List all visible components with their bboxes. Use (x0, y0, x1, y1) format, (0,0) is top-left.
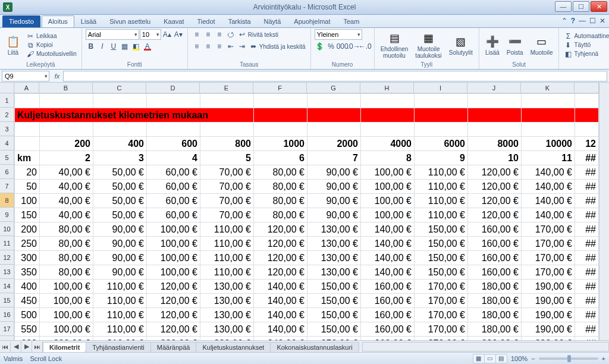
tab-formulas[interactable]: Kaavat (157, 15, 190, 27)
tab-pagelayout[interactable]: Sivun asettelu (103, 15, 157, 27)
row-header-4[interactable]: 4 (0, 136, 14, 150)
align-left-button[interactable]: ≡ (192, 41, 202, 52)
tab-data[interactable]: Tiedot (190, 15, 221, 27)
align-right-button[interactable]: ≡ (214, 41, 225, 52)
percent-button[interactable]: % (326, 41, 337, 52)
copy-button[interactable]: ⧉Kopioi (25, 41, 78, 49)
delete-cells-button[interactable]: ➖Poista (504, 33, 526, 57)
tab-addins[interactable]: Apuohjelmat (287, 15, 337, 27)
format-cells-button[interactable]: ▭Muotoile (528, 33, 555, 57)
row-header-8[interactable]: 8 (0, 193, 14, 208)
col-header-A[interactable]: A (14, 83, 39, 93)
tab-view[interactable]: Näytä (258, 15, 288, 27)
sheet-nav-last[interactable]: ⏭ (32, 341, 43, 352)
font-size-combo[interactable]: 10 (140, 29, 161, 40)
row-header-14[interactable]: 14 (0, 279, 14, 293)
col-header-I[interactable]: I (414, 83, 467, 93)
decrease-decimal-button[interactable]: ←.0 (360, 41, 371, 52)
align-top-button[interactable]: ≡ (192, 29, 202, 40)
window-close2-icon[interactable]: ✕ (599, 17, 605, 25)
row-header-15[interactable]: 15 (0, 293, 14, 307)
row-header-11[interactable]: 11 (0, 236, 14, 250)
sheet-tab-määränpää[interactable]: Määränpää (150, 342, 197, 352)
row-header-9[interactable]: 9 (0, 208, 14, 222)
insert-cells-button[interactable]: ➕Lisää (483, 33, 502, 57)
decrease-font-button[interactable]: A▾ (173, 29, 184, 40)
underline-button[interactable]: U (108, 41, 119, 52)
row-header-3[interactable]: 3 (0, 122, 14, 136)
col-header-G[interactable]: G (307, 83, 360, 93)
row-header-7[interactable]: 7 (0, 179, 14, 193)
row-header-16[interactable]: 16 (0, 307, 14, 322)
fill-color-button[interactable]: ◧ (131, 41, 142, 52)
maximize-button[interactable]: ☐ (573, 1, 589, 12)
sheet-nav-first[interactable]: ⏮ (0, 341, 11, 352)
col-header-K[interactable]: K (521, 83, 575, 93)
paste-button[interactable]: 📋 Liitä (4, 33, 23, 57)
col-header-C[interactable]: C (93, 83, 146, 93)
increase-decimal-button[interactable]: .0→ (349, 41, 359, 52)
italic-button[interactable]: I (97, 41, 108, 52)
close-button[interactable]: ✕ (591, 1, 607, 12)
row-header-13[interactable]: 13 (0, 265, 14, 279)
orientation-button[interactable]: ⭯ (225, 29, 236, 40)
tab-review[interactable]: Tarkista (222, 15, 258, 27)
align-middle-button[interactable]: ≡ (203, 29, 214, 40)
col-header-J[interactable]: J (467, 83, 521, 93)
help-icon[interactable]: ? (571, 17, 575, 25)
row-header-1[interactable]: 1 (0, 93, 14, 108)
row-header-6[interactable]: 6 (0, 165, 14, 179)
fill-button[interactable]: ⬇Täyttö (563, 41, 609, 49)
fx-icon[interactable]: fx (51, 73, 63, 80)
window-min2-icon[interactable]: — (579, 17, 586, 25)
sheet-tab-tyhjänastianvienti[interactable]: Tyhjänastianvienti (86, 342, 150, 352)
col-header-F[interactable]: F (253, 83, 307, 93)
merge-button[interactable]: ⬌Yhdistä ja keskitä (248, 41, 307, 52)
row-header-18[interactable]: 18 (0, 336, 14, 340)
sheet-tab-kilometrit[interactable]: Kilometrit (43, 342, 86, 352)
view-normal-button[interactable]: ▦ (473, 354, 485, 363)
tab-file[interactable]: Tiedosto (2, 15, 40, 27)
minimize-ribbon-icon[interactable]: ⌃ (561, 17, 567, 25)
name-box[interactable]: Q9 (2, 71, 49, 81)
decrease-indent-button[interactable]: ⇤ (225, 41, 236, 52)
number-format-combo[interactable]: Yleinen (315, 29, 362, 40)
cut-button[interactable]: ✂Leikkaa (25, 32, 78, 40)
conditional-formatting-button[interactable]: ▤Ehdollinen muotoilu (378, 30, 411, 60)
cell-styles-button[interactable]: ▧Solutyylit (447, 33, 475, 57)
view-pagelayout-button[interactable]: ▭ (484, 354, 496, 363)
increase-indent-button[interactable]: ⇥ (237, 41, 247, 52)
sheet-tab-kokonaiskustannuslaskuri[interactable]: Kokonaiskustannuslaskuri (270, 342, 359, 352)
sheet-nav-next[interactable]: ▶ (21, 341, 32, 352)
horizontal-scrollbar[interactable] (362, 342, 609, 352)
tab-team[interactable]: Team (337, 15, 366, 27)
window-restore-icon[interactable]: ☐ (589, 17, 596, 25)
font-color-button[interactable]: A (142, 41, 153, 52)
row-header-2[interactable]: 2 (0, 108, 14, 122)
formula-input[interactable] (63, 71, 607, 81)
row-header-5[interactable]: 5 (0, 150, 14, 165)
zoom-in-button[interactable]: + (602, 355, 605, 362)
zoom-slider[interactable] (539, 357, 598, 360)
format-as-table-button[interactable]: ▦Muotoile taulukoksi (413, 30, 444, 60)
format-painter-button[interactable]: 🖌Muotoilusivellin (25, 50, 78, 58)
tab-home[interactable]: Aloitus (42, 15, 74, 27)
align-bottom-button[interactable]: ≡ (214, 29, 225, 40)
row-header-10[interactable]: 10 (0, 222, 14, 236)
minimize-button[interactable]: — (555, 1, 572, 12)
sheet-nav-prev[interactable]: ◀ (11, 341, 21, 352)
row-header-12[interactable]: 12 (0, 250, 14, 265)
border-button[interactable]: ▦ (120, 41, 130, 52)
sheet-title-cell[interactable]: Kuljetuskustannukset kilometrien mukaan (15, 108, 254, 123)
grid[interactable]: Kuljetuskustannukset kilometrien mukaan2… (14, 93, 599, 340)
view-pagebreak-button[interactable]: ▤ (495, 354, 507, 363)
cells-table[interactable]: Kuljetuskustannukset kilometrien mukaan2… (14, 93, 599, 340)
col-header-H[interactable]: H (360, 83, 414, 93)
vertical-scrollbar[interactable] (599, 83, 609, 340)
col-header-E[interactable]: E (200, 83, 253, 93)
zoom-out-button[interactable]: − (531, 355, 535, 362)
wrap-text-button[interactable]: ↩Rivitä teksti (237, 29, 280, 40)
autosum-button[interactable]: ΣAutomaattinen summa (563, 32, 609, 40)
select-all-corner[interactable] (0, 83, 14, 93)
currency-button[interactable]: 💲 (315, 41, 325, 52)
